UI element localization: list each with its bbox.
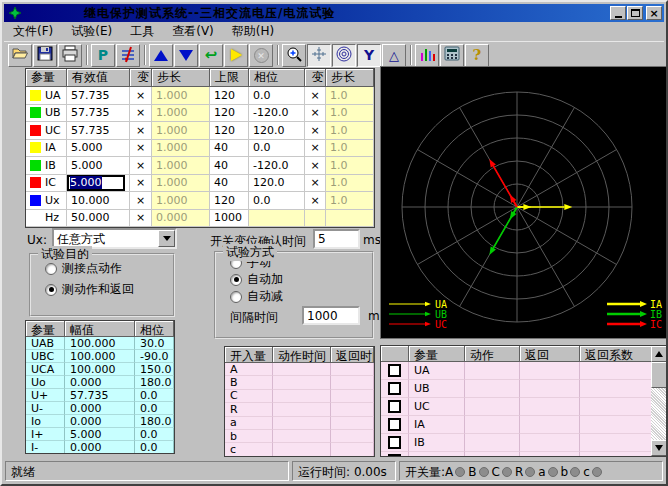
step-cell[interactable]: 1.000 [152, 157, 210, 175]
vary-toggle-cell[interactable]: × [305, 140, 326, 158]
value-edit-box[interactable]: 5.000 [67, 175, 125, 192]
test-purpose-option[interactable]: 测动作和返回 [45, 282, 173, 297]
select-checkbox[interactable] [388, 436, 401, 449]
runtime-label: 运行时间: [298, 465, 350, 479]
bar-chart-button[interactable] [415, 44, 439, 67]
step-cell[interactable]: 1.000 [152, 87, 210, 105]
vary-toggle-cell[interactable]: × [305, 175, 326, 193]
vary-toggle-cell[interactable]: × [130, 157, 152, 175]
limit-cell[interactable]: 120 [210, 87, 249, 105]
calculator-icon [443, 45, 461, 65]
scrollbar-thumb[interactable] [651, 362, 667, 388]
limit-cell[interactable]: 40 [210, 140, 249, 158]
step-cell[interactable]: 1.000 [152, 105, 210, 123]
vary-toggle-cell[interactable]: × [305, 157, 326, 175]
stop-test-button[interactable]: ✕ [249, 44, 273, 67]
wye-connection-button[interactable]: Y [357, 44, 381, 67]
value-cell[interactable]: 5.0005.000 [67, 157, 130, 175]
value-cell[interactable]: 57.73557.735 [67, 122, 130, 140]
result-table: 参量 动作 返回 返回系数 UA UB [380, 345, 668, 457]
limit-cell[interactable]: 40 [210, 157, 249, 175]
interval-input[interactable]: 1000 [302, 306, 360, 325]
vary-toggle-cell[interactable]: × [130, 175, 152, 193]
menu-item[interactable]: 查看(V) [163, 21, 223, 42]
limit-cell[interactable]: 120 [210, 105, 249, 123]
polar-view-button[interactable] [332, 44, 356, 67]
value-cell[interactable]: 5.0005.000 [67, 140, 130, 158]
vary-toggle-cell[interactable]: × [130, 122, 152, 140]
scroll-down-button[interactable] [651, 440, 667, 456]
phase-cell[interactable]: 0.0 [249, 87, 305, 105]
close-button[interactable]: × [646, 6, 662, 20]
vary-toggle-cell[interactable]: × [130, 192, 152, 210]
test-purpose-option[interactable]: 测接点动作 [45, 261, 173, 276]
phase-cell[interactable]: 0.0 [249, 192, 305, 210]
select-checkbox[interactable] [388, 454, 401, 457]
zoom-button[interactable] [282, 44, 306, 67]
phase-cell[interactable]: 0.0 [249, 140, 305, 158]
step-cell[interactable]: 1.0 [326, 192, 374, 210]
parameter-button[interactable]: P [91, 44, 115, 67]
step-down-button[interactable] [174, 44, 198, 67]
select-checkbox[interactable] [388, 382, 401, 395]
step-cell[interactable]: 1.0 [326, 122, 374, 140]
start-test-button[interactable] [224, 44, 248, 67]
scroll-up-button[interactable] [651, 346, 667, 362]
step-cell[interactable]: 1.000 [152, 175, 210, 193]
vertical-scrollbar[interactable] [651, 346, 667, 456]
limit-cell[interactable]: 120 [210, 192, 249, 210]
value-cell[interactable]: 57.73557.735 [67, 87, 130, 105]
step-up-button[interactable] [149, 44, 173, 67]
limit-cell[interactable]: 1000 [210, 210, 249, 228]
calculator-button[interactable] [440, 44, 464, 67]
vary-toggle-cell[interactable]: × [130, 105, 152, 123]
value-cell[interactable]: 50.000 [67, 210, 130, 228]
ux-dropdown-button[interactable] [158, 230, 175, 247]
vary-toggle-cell[interactable]: × [305, 122, 326, 140]
open-file-button[interactable] [8, 44, 32, 67]
vary-toggle-cell[interactable]: × [130, 210, 152, 228]
undo-button[interactable]: ↩ [199, 44, 223, 67]
step-cell[interactable]: 1.000 [152, 140, 210, 158]
select-checkbox[interactable] [388, 418, 401, 431]
limit-cell[interactable]: 40 [210, 175, 249, 193]
phase-cell[interactable]: -120.0 [249, 105, 305, 123]
save-button[interactable] [33, 44, 57, 67]
step-cell[interactable]: 0.000 [152, 210, 210, 228]
confirm-time-input[interactable]: 5 [313, 229, 360, 249]
test-mode-option[interactable]: 自动加 [230, 272, 372, 287]
menu-item[interactable]: 工具 [121, 21, 163, 42]
test-mode-option[interactable]: 自动减 [230, 289, 372, 304]
phase-cell[interactable]: 120.0 [249, 122, 305, 140]
maximize-button[interactable] [627, 6, 643, 20]
vary-toggle-cell[interactable]: × [305, 105, 326, 123]
delta-connection-button[interactable]: △ [382, 44, 406, 67]
step-cell[interactable]: 1.0 [326, 87, 374, 105]
step-cell[interactable]: 1.000 [152, 122, 210, 140]
phase-cell[interactable]: -120.0 [249, 157, 305, 175]
help-button[interactable]: ? [465, 44, 489, 67]
menu-item[interactable]: 帮助(H) [223, 21, 283, 42]
select-checkbox[interactable] [388, 400, 401, 413]
vary-toggle-cell[interactable]: × [130, 87, 152, 105]
value-cell[interactable]: 10.00010.000 [67, 192, 130, 210]
value-cell[interactable]: 5.0005.000 [67, 175, 130, 193]
select-checkbox[interactable] [388, 364, 401, 377]
menu-item[interactable]: 文件(F) [4, 21, 62, 42]
vary-toggle-cell[interactable]: × [305, 87, 326, 105]
axes-view-button[interactable] [307, 44, 331, 67]
value-cell[interactable]: 57.73557.735 [67, 105, 130, 123]
minimize-button[interactable] [610, 6, 626, 20]
step-cell[interactable]: 1.000 [152, 192, 210, 210]
phase-cell[interactable]: 120.0 [249, 175, 305, 193]
vary-toggle-cell[interactable]: × [305, 192, 326, 210]
fault-set-button[interactable] [116, 44, 140, 67]
step-cell[interactable]: 1.0 [326, 105, 374, 123]
menu-item[interactable]: 试验(E) [62, 21, 121, 42]
print-button[interactable] [58, 44, 82, 67]
step-cell[interactable]: 1.0 [326, 157, 374, 175]
limit-cell[interactable]: 120 [210, 122, 249, 140]
step-cell[interactable]: 1.0 [326, 175, 374, 193]
step-cell[interactable]: 1.0 [326, 140, 374, 158]
vary-toggle-cell[interactable]: × [130, 140, 152, 158]
